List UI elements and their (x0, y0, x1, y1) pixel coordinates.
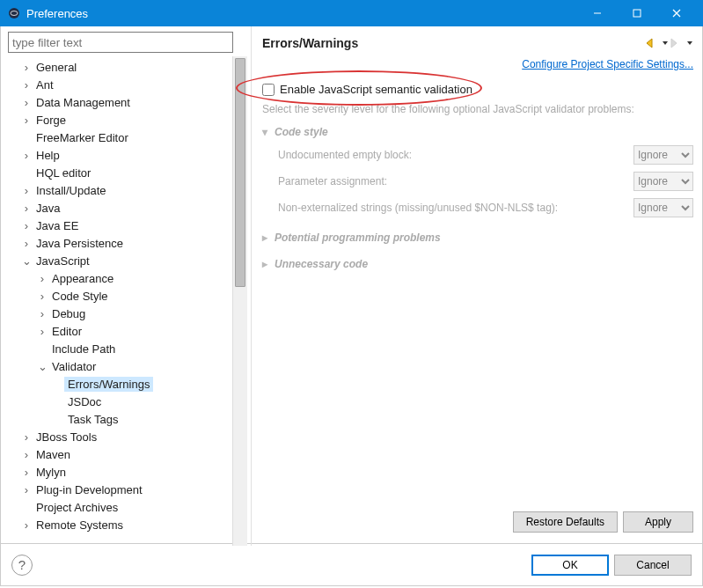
tree-item-code-style[interactable]: ›Code Style (4, 287, 232, 305)
tree-item-freemarker-editor[interactable]: FreeMarker Editor (4, 129, 232, 146)
tree-item-label: Code Style (48, 289, 112, 304)
back-menu-icon[interactable] (662, 38, 669, 48)
tree-item-label: HQL editor (33, 165, 94, 180)
severity-select[interactable]: Ignore (633, 172, 693, 191)
tree-item-maven[interactable]: ›Maven (4, 445, 232, 463)
chevron-right-icon[interactable]: › (20, 149, 33, 162)
tree-item-jsdoc[interactable]: JSDoc (4, 393, 232, 410)
tree-item-data-management[interactable]: ›Data Management (4, 93, 232, 111)
tree-item-label: Errors/Warnings (64, 377, 153, 392)
tree-item-label: Ant (33, 77, 57, 92)
forward-arrow-icon[interactable] (670, 38, 685, 48)
chevron-right-icon[interactable]: › (20, 96, 33, 109)
tree-item-label: JSDoc (64, 394, 105, 409)
chevron-right-icon[interactable]: › (36, 307, 48, 320)
chevron-down-icon[interactable]: ⌄ (36, 360, 48, 373)
option-row: Undocumented empty block:Ignore (262, 142, 693, 168)
tree-item-forge[interactable]: ›Forge (4, 111, 232, 129)
chevron-right-icon[interactable]: › (20, 78, 33, 92)
section-unnecessary-code[interactable]: ▸ Unnecessary code (262, 258, 693, 270)
configure-project-link[interactable]: Configure Project Specific Settings... (262, 55, 693, 77)
tree-item-plug-in-development[interactable]: ›Plug-in Development (4, 481, 232, 498)
minimize-button[interactable] (577, 0, 617, 26)
tree-item-label: Java (33, 201, 63, 216)
tree-item-remote-systems[interactable]: ›Remote Systems (4, 516, 232, 533)
restore-defaults-button[interactable]: Restore Defaults (513, 511, 618, 533)
tree-item-install-update[interactable]: ›Install/Update (4, 181, 232, 199)
help-icon[interactable]: ? (11, 555, 33, 576)
severity-select[interactable]: Ignore (633, 198, 693, 217)
tree-item-include-path[interactable]: Include Path (4, 340, 232, 357)
scrollbar-thumb[interactable] (235, 58, 245, 287)
maximize-button[interactable] (617, 0, 656, 26)
chevron-right-icon[interactable]: › (20, 61, 33, 74)
svg-rect-3 (633, 10, 641, 17)
tree-item-label: Plug-in Development (33, 482, 146, 497)
tree-item-validator[interactable]: ⌄Validator (4, 357, 232, 375)
tree-item-label: Forge (33, 113, 70, 128)
chevron-right-icon[interactable]: › (36, 272, 48, 285)
chevron-right-icon[interactable]: › (36, 290, 48, 303)
chevron-right-icon[interactable]: › (20, 184, 33, 197)
triangle-down-icon: ▾ (262, 126, 275, 138)
tree-item-debug[interactable]: ›Debug (4, 305, 232, 322)
enable-validation-label: Enable JavaScript semantic validation (280, 83, 472, 96)
tree-item-java-persistence[interactable]: ›Java Persistence (4, 234, 232, 252)
window-title: Preferences (26, 7, 577, 20)
tree-item-hql-editor[interactable]: HQL editor (4, 164, 232, 181)
tree-item-label: Task Tags (64, 412, 122, 427)
severity-select[interactable]: Ignore (633, 145, 693, 165)
section-potential-problems[interactable]: ▸ Potential programming problems (262, 232, 693, 244)
tree-item-java[interactable]: ›Java (4, 199, 232, 217)
tree-item-project-archives[interactable]: Project Archives (4, 498, 232, 516)
tree-item-label: Data Management (33, 95, 134, 110)
section-code-style[interactable]: ▾ Code style (262, 126, 693, 138)
tree-item-appearance[interactable]: ›Appearance (4, 269, 232, 287)
tree-item-label: Include Path (48, 342, 119, 356)
tree-item-label: Project Archives (33, 500, 121, 515)
dialog-footer: ? OK Cancel (0, 544, 703, 586)
tree-item-label: Validator (48, 359, 99, 374)
tree-item-java-ee[interactable]: ›Java EE (4, 217, 232, 234)
tree-item-errors-warnings[interactable]: Errors/Warnings (4, 375, 232, 393)
chevron-right-icon[interactable]: › (20, 202, 33, 215)
enable-validation-checkbox[interactable] (262, 84, 275, 96)
tree-item-mylyn[interactable]: ›Mylyn (4, 463, 232, 481)
tree-item-label: FreeMarker Editor (33, 130, 132, 145)
chevron-right-icon[interactable]: › (20, 448, 33, 461)
back-arrow-icon[interactable] (646, 38, 660, 48)
filter-input[interactable] (8, 32, 233, 53)
chevron-right-icon[interactable]: › (20, 518, 33, 532)
preferences-tree[interactable]: ›General›Ant›Data Management›ForgeFreeMa… (4, 56, 232, 546)
tree-item-task-tags[interactable]: Task Tags (4, 410, 232, 428)
forward-menu-icon[interactable] (686, 38, 693, 48)
chevron-right-icon[interactable]: › (20, 114, 33, 127)
tree-item-ant[interactable]: ›Ant (4, 76, 232, 93)
chevron-right-icon[interactable]: › (36, 325, 48, 338)
option-label: Undocumented empty block: (278, 149, 633, 161)
tree-scrollbar[interactable] (232, 56, 247, 546)
ok-button[interactable]: OK (531, 555, 609, 576)
option-row: Parameter assignment:Ignore (262, 168, 693, 195)
chevron-right-icon[interactable]: › (20, 219, 33, 232)
chevron-right-icon[interactable]: › (20, 430, 33, 444)
close-button[interactable] (656, 0, 696, 26)
cancel-button[interactable]: Cancel (614, 555, 692, 576)
tree-item-general[interactable]: ›General (4, 58, 232, 76)
tree-item-jboss-tools[interactable]: ›JBoss Tools (4, 428, 232, 445)
tree-item-help[interactable]: ›Help (4, 146, 232, 164)
tree-item-label: JavaScript (33, 254, 93, 268)
apply-button[interactable]: Apply (623, 511, 693, 533)
tree-item-editor[interactable]: ›Editor (4, 322, 232, 340)
tree-item-javascript[interactable]: ⌄JavaScript (4, 252, 232, 269)
dialog-body: ›General›Ant›Data Management›ForgeFreeMa… (0, 26, 703, 544)
tree-item-label: Mylyn (33, 465, 70, 480)
chevron-right-icon[interactable]: › (20, 466, 33, 479)
tree-item-label: Maven (33, 447, 74, 462)
chevron-right-icon[interactable]: › (20, 483, 33, 496)
tree-item-label: Editor (48, 324, 85, 339)
tree-item-label: Install/Update (33, 183, 110, 198)
chevron-right-icon[interactable]: › (20, 237, 33, 250)
chevron-down-icon[interactable]: ⌄ (20, 254, 33, 268)
option-row: Non-externalized strings (missing/unused… (262, 195, 693, 221)
